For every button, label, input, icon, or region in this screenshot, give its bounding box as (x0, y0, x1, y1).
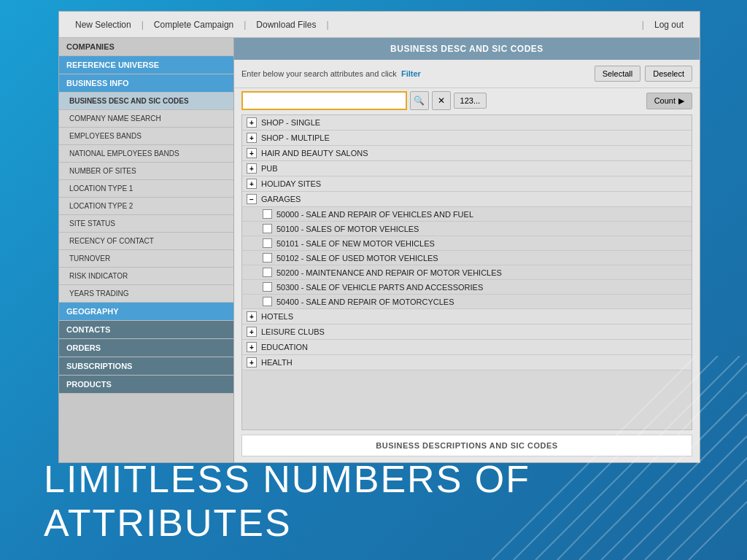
list-checkbox[interactable] (263, 282, 272, 292)
list-item-label: HEALTH (261, 358, 293, 367)
list-item-label: HAIR AND BEAUTY SALONS (261, 149, 368, 158)
expand-button[interactable]: + (247, 148, 257, 158)
sidebar-item-location-type-1[interactable]: LOCATION TYPE 1 (59, 180, 233, 198)
list-item-label: EDUCATION (261, 343, 308, 351)
list-item[interactable]: 50000 - SALE AND REPAIR OF VEHICLES AND … (242, 207, 692, 222)
expand-button[interactable]: + (247, 357, 257, 368)
numeric-filter-button[interactable]: 123... (454, 93, 487, 109)
deselect-button[interactable]: Deselect (645, 66, 692, 82)
list-item-label: HOLIDAY SITES (261, 179, 321, 188)
list-item-label: GARAGES (261, 195, 301, 203)
sidebar-item-recency-contact[interactable]: RECENCY OF CONTACT (59, 233, 233, 250)
sidebar: COMPANIESREFERENCE UNIVERSEBUSINESS INFO… (59, 38, 234, 462)
list-item[interactable]: +SHOP - MULTIPLE (242, 131, 692, 146)
list-item-label: 50102 - SALE OF USED MOTOR VEHICLES (276, 254, 438, 262)
list-item-label: 50200 - MAINTENANCE AND REPAIR OF MOTOR … (276, 268, 502, 277)
list-item[interactable]: +HAIR AND BEAUTY SALONS (242, 146, 692, 161)
expand-button[interactable]: + (247, 311, 257, 322)
sidebar-item-site-status[interactable]: SITE STATUS (59, 215, 233, 233)
sidebar-item-companies[interactable]: COMPANIES (59, 38, 233, 56)
expand-button[interactable]: + (247, 327, 257, 337)
sidebar-item-company-name[interactable]: COMPANY NAME SEARCH (59, 110, 233, 128)
sidebar-item-employees-bands[interactable]: EMPLOYEES BANDS (59, 128, 233, 145)
svg-line-8 (667, 480, 747, 560)
selectall-button[interactable]: Selectall (595, 66, 641, 82)
expand-button[interactable]: + (247, 163, 257, 174)
list-item[interactable]: +SHOP - SINGLE (242, 115, 692, 131)
svg-line-9 (689, 502, 747, 560)
bottom-line1: LIMITLESS NUMBERS OF (44, 458, 530, 502)
list-checkbox[interactable] (263, 268, 272, 277)
list-item-label: 50400 - SALE AND REPAIR OF MOTORCYCLES (276, 298, 454, 306)
sidebar-item-contacts[interactable]: CONTACTS (59, 321, 233, 339)
expand-button[interactable]: + (247, 342, 257, 352)
list-checkbox[interactable] (263, 297, 272, 306)
sidebar-item-business-info[interactable]: BUSINESS INFO (59, 74, 233, 93)
nav-complete-campaign[interactable]: Complete Campaign (145, 12, 242, 37)
count-button[interactable]: Count ▶ (646, 93, 692, 109)
list-item[interactable]: +LEISURE CLUBS (242, 324, 692, 340)
expand-button[interactable]: − (247, 194, 257, 204)
list-item-label: LEISURE CLUBS (261, 327, 325, 336)
list-item[interactable]: +EDUCATION (242, 340, 692, 355)
desc-bar: BUSINESS DESCRIPTIONS AND SIC CODES (241, 435, 692, 456)
expand-button[interactable]: + (247, 179, 257, 189)
clear-icon-button[interactable]: ✕ (432, 91, 451, 110)
sidebar-item-turnover[interactable]: TURNOVER (59, 250, 233, 268)
search-icon-button[interactable]: 🔍 (410, 91, 429, 110)
sidebar-item-reference-universe[interactable]: REFERENCE UNIVERSE (59, 56, 233, 74)
nav-new-selection[interactable]: New Selection (66, 12, 140, 37)
sidebar-item-business-desc[interactable]: BUSINESS DESC AND SIC CODES (59, 93, 233, 110)
nav-download-files[interactable]: Download Files (247, 12, 325, 37)
expand-button[interactable]: + (247, 133, 257, 143)
right-panel: BUSINESS DESC AND SIC CODES Enter below … (234, 38, 700, 462)
list-item-label: SHOP - SINGLE (261, 118, 320, 127)
count-label: Count (654, 96, 676, 105)
list-item-label: 50300 - SALE OF VEHICLE PARTS AND ACCESS… (276, 283, 483, 292)
list-checkbox[interactable] (263, 238, 272, 248)
main-content: COMPANIESREFERENCE UNIVERSEBUSINESS INFO… (59, 38, 700, 462)
nav-sep-2: | (242, 20, 247, 30)
list-item-label: 50101 - SALE OF NEW MOTOR VEHICLES (276, 239, 435, 248)
nav-bar: New Selection | Complete Campaign | Down… (59, 12, 700, 38)
nav-sep-3: | (325, 20, 330, 30)
sidebar-item-risk-indicator[interactable]: RISK INDICATOR (59, 268, 233, 285)
list-item[interactable]: 50400 - SALE AND REPAIR OF MOTORCYCLES (242, 295, 692, 309)
list-item[interactable]: 50100 - SALES OF MOTOR VEHICLES (242, 222, 692, 236)
list-item-label: HOTELS (261, 312, 293, 321)
sidebar-item-years-trading[interactable]: YEARS TRADING (59, 285, 233, 303)
search-row: 🔍 ✕ 123... Count ▶ (234, 88, 700, 114)
search-label: Enter below your search attributes and c… (241, 69, 421, 78)
list-item[interactable]: 50102 - SALE OF USED MOTOR VEHICLES (242, 251, 692, 265)
list-item[interactable]: 50200 - MAINTENANCE AND REPAIR OF MOTOR … (242, 265, 692, 280)
sidebar-item-location-type-2[interactable]: LOCATION TYPE 2 (59, 198, 233, 215)
list-item[interactable]: +HEALTH (242, 355, 692, 370)
search-input[interactable] (241, 91, 407, 110)
sidebar-item-subscriptions[interactable]: SUBSCRIPTIONS (59, 357, 233, 376)
nav-sep-4: | (640, 20, 646, 30)
nav-sep-1: | (140, 20, 145, 30)
sidebar-item-products[interactable]: PRODUCTS (59, 376, 233, 394)
bottom-text: LIMITLESS NUMBERS OF ATTRIBUTES (44, 458, 530, 545)
sidebar-item-number-of-sites[interactable]: NUMBER OF SITES (59, 163, 233, 180)
count-arrow-icon: ▶ (678, 96, 684, 106)
list-item[interactable]: +PUB (242, 161, 692, 176)
list-checkbox[interactable] (263, 253, 272, 262)
sidebar-item-orders[interactable]: ORDERS (59, 339, 233, 357)
panel-title: BUSINESS DESC AND SIC CODES (234, 38, 700, 60)
sidebar-item-national-employees[interactable]: NATIONAL EMPLOYEES BANDS (59, 145, 233, 163)
main-window: New Selection | Complete Campaign | Down… (58, 11, 700, 463)
list-checkbox[interactable] (263, 209, 272, 219)
nav-logout[interactable]: Log out (646, 12, 692, 37)
list-item[interactable]: 50101 - SALE OF NEW MOTOR VEHICLES (242, 236, 692, 251)
list-item[interactable]: 50300 - SALE OF VEHICLE PARTS AND ACCESS… (242, 280, 692, 295)
expand-button[interactable]: + (247, 117, 257, 128)
list-item-label: 50100 - SALES OF MOTOR VEHICLES (276, 225, 419, 233)
list-checkbox[interactable] (263, 224, 272, 233)
list-item[interactable]: −GARAGES (242, 192, 692, 207)
list-item[interactable]: +HOLIDAY SITES (242, 176, 692, 192)
list-item[interactable]: +HOTELS (242, 309, 692, 324)
sidebar-item-geography[interactable]: GEOGRAPHY (59, 303, 233, 321)
svg-line-7 (645, 458, 747, 560)
list-item-label: 50000 - SALE AND REPAIR OF VEHICLES AND … (276, 210, 473, 219)
